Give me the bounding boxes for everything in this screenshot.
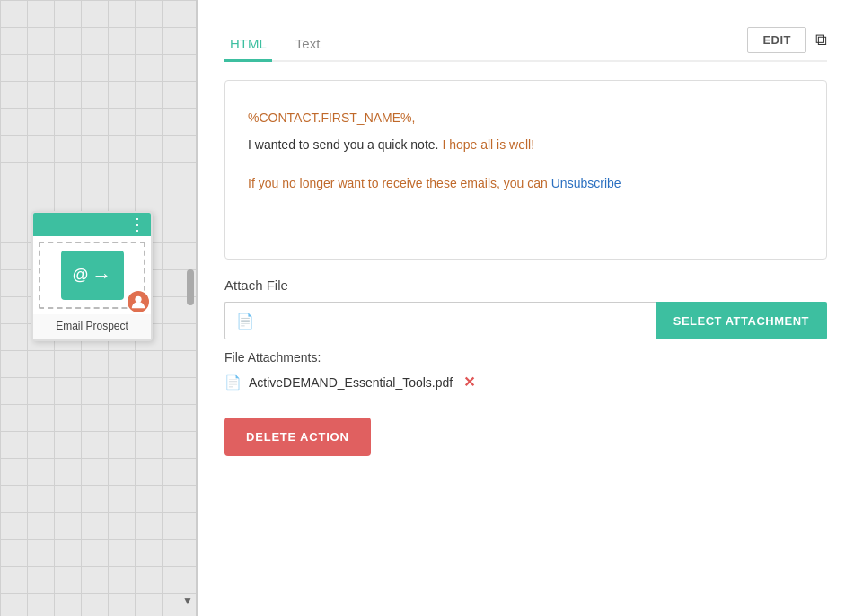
at-sign-icon: @ xyxy=(73,266,89,285)
attachment-filename: ActiveDEMAND_Essential_Tools.pdf xyxy=(249,375,453,390)
arrow-right-icon: → xyxy=(92,264,111,287)
card-label: Email Prospect xyxy=(33,314,151,339)
email-body-text1: I wanted to send you a quick note. xyxy=(248,137,438,152)
card-header: ⋮ xyxy=(33,213,151,236)
email-icon: @ → xyxy=(61,251,124,300)
scroll-down-arrow[interactable]: ▼ xyxy=(181,594,194,607)
delete-action-button[interactable]: DELETE ACTION xyxy=(224,418,371,456)
email-salutation: %CONTACT.FIRST_NAME%, xyxy=(248,108,804,128)
attachment-remove-button[interactable]: ✕ xyxy=(463,374,475,391)
card-body: @ → xyxy=(39,242,145,309)
avatar xyxy=(126,289,151,314)
edit-button[interactable]: EDIT xyxy=(747,27,806,53)
external-link-icon[interactable]: ⧉ xyxy=(815,31,827,49)
attach-file-section: Attach File 📄 SELECT ATTACHMENT File Att… xyxy=(224,277,827,391)
select-attachment-button[interactable]: SELECT ATTACHMENT xyxy=(656,302,827,339)
email-unsubscribe-line: If you no longer want to receive these e… xyxy=(248,173,804,193)
scroll-handle[interactable] xyxy=(187,269,194,305)
email-unsubscribe-text: If you no longer want to receive these e… xyxy=(248,176,548,190)
main-panel: HTML Text EDIT ⧉ %CONTACT.FIRST_NAME%, I… xyxy=(198,0,845,616)
email-body-text2: I hope all is well! xyxy=(442,137,534,152)
tab-html[interactable]: HTML xyxy=(224,27,272,60)
attach-file-input[interactable]: 📄 xyxy=(224,302,656,339)
tab-text[interactable]: Text xyxy=(290,27,326,60)
file-attachments-label: File Attachments: xyxy=(224,350,827,365)
attachment-file-icon: 📄 xyxy=(224,374,242,391)
email-body-line1: I wanted to send you a quick note. I hop… xyxy=(248,135,804,154)
attachment-item: 📄 ActiveDEMAND_Essential_Tools.pdf ✕ xyxy=(224,374,827,391)
tab-actions: EDIT ⧉ xyxy=(747,27,827,60)
email-preview: %CONTACT.FIRST_NAME%, I wanted to send y… xyxy=(224,80,827,260)
tab-bar: HTML Text EDIT ⧉ xyxy=(224,27,827,62)
svg-point-0 xyxy=(135,296,141,303)
email-prospect-card[interactable]: ⋮ @ → Email Prospect xyxy=(31,211,153,341)
file-input-icon: 📄 xyxy=(236,312,254,330)
email-firstname-token: %CONTACT.FIRST_NAME%, xyxy=(248,110,415,125)
attach-input-row: 📄 SELECT ATTACHMENT xyxy=(224,302,827,339)
attach-file-label: Attach File xyxy=(224,277,827,293)
card-menu-dots[interactable]: ⋮ xyxy=(129,216,145,233)
workflow-canvas: ⋮ @ → Email Prospect ▼ xyxy=(0,0,198,616)
unsubscribe-link[interactable]: Unsubscribe xyxy=(551,176,621,190)
